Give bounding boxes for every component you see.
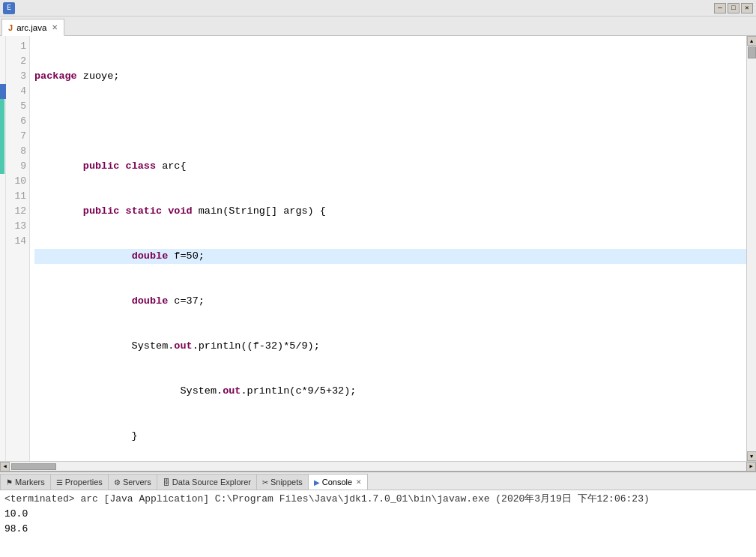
code-line-2	[34, 114, 746, 129]
code-line-9: }	[34, 429, 746, 444]
java-file-icon: J	[8, 23, 13, 32]
bottom-tab-bar: ⚑ Markers ☰ Properties ⚙ Servers 🗄 Data …	[0, 472, 756, 490]
horizontal-scrollbar[interactable]: ◀ ▶	[0, 461, 756, 471]
line-num-8: 8	[6, 144, 26, 159]
console-close-icon[interactable]: ✕	[356, 478, 362, 486]
scroll-track[interactable]	[747, 46, 756, 451]
scroll-right-arrow[interactable]: ▶	[746, 462, 756, 472]
line-num-5: 5	[6, 99, 26, 114]
line4-indicator	[0, 84, 6, 99]
line-num-9: 9	[6, 159, 26, 174]
snippets-label: Snippets	[270, 478, 303, 487]
servers-icon: ⚙	[114, 478, 121, 487]
line8-indicator	[0, 144, 4, 159]
line-num-4: 4	[6, 84, 26, 99]
console-icon: ▶	[314, 478, 320, 487]
window-controls: ─ □ ✕	[714, 3, 753, 13]
line7-indicator	[0, 129, 4, 144]
title-bar-left: E	[3, 2, 15, 14]
code-line-3: public class arc{	[34, 159, 746, 174]
properties-label: Properties	[65, 478, 103, 487]
line-num-2: 2	[6, 54, 26, 69]
editor-tab-bar: J arc.java ✕	[0, 16, 756, 36]
line6-indicator	[0, 114, 4, 129]
scroll-up-arrow[interactable]: ▲	[747, 36, 757, 46]
properties-icon: ☰	[56, 478, 63, 487]
code-line-5: double f=50;	[34, 249, 746, 264]
tab-filename: arc.java	[16, 23, 46, 32]
servers-label: Servers	[123, 478, 151, 487]
h-scroll-track[interactable]	[10, 462, 746, 471]
line-num-6: 6	[6, 114, 26, 129]
tab-datasource[interactable]: 🗄 Data Source Explorer	[157, 474, 257, 490]
minimize-button[interactable]: ─	[714, 3, 726, 13]
code-line-6: double c=37;	[34, 294, 746, 309]
tab-snippets[interactable]: ✂ Snippets	[257, 474, 309, 490]
code-editor[interactable]: package zuoye; public class arc{ public …	[30, 36, 746, 461]
bottom-panel: ⚑ Markers ☰ Properties ⚙ Servers 🗄 Data …	[0, 471, 756, 557]
line9-indicator	[0, 159, 4, 174]
datasource-label: Data Source Explorer	[172, 478, 251, 487]
code-line-7: System.out.println((f-32)*5/9);	[34, 339, 746, 354]
close-button[interactable]: ✕	[741, 3, 753, 13]
line-num-3: 3	[6, 69, 26, 84]
title-bar: E ─ □ ✕	[0, 0, 756, 16]
line-num-11: 11	[6, 189, 26, 204]
line-numbers: 1 2 3 4 5 6 7 8 9 10 11 12 13 14	[6, 36, 30, 461]
code-line-1: package zuoye;	[34, 69, 746, 84]
line-num-10: 10	[6, 174, 26, 189]
editor-area: 1 2 3 4 5 6 7 8 9 10 11 12 13 14 package…	[0, 36, 756, 471]
line-num-12: 12	[6, 204, 26, 219]
maximize-button[interactable]: □	[728, 3, 740, 13]
line5-indicator	[0, 99, 4, 114]
markers-icon: ⚑	[6, 478, 13, 487]
datasource-icon: 🗄	[163, 478, 170, 487]
line-num-13: 13	[6, 219, 26, 234]
code-line-8: System.out.println(c*9/5+32);	[34, 384, 746, 399]
console-terminated-line: <terminated> arc [Java Application] C:\P…	[4, 492, 752, 507]
main-window: E ─ □ ✕ J arc.java ✕	[0, 0, 756, 557]
scroll-thumb[interactable]	[748, 46, 756, 58]
tab-arc-java[interactable]: J arc.java ✕	[1, 19, 64, 36]
console-output: <terminated> arc [Java Application] C:\P…	[0, 490, 756, 557]
scroll-down-arrow[interactable]: ▼	[747, 451, 757, 461]
editor-body: 1 2 3 4 5 6 7 8 9 10 11 12 13 14 package…	[0, 36, 756, 461]
scroll-left-arrow[interactable]: ◀	[0, 462, 10, 472]
app-icon: E	[3, 2, 15, 14]
console-label: Console	[322, 478, 352, 487]
console-output-line2: 98.6	[4, 522, 752, 537]
tab-console[interactable]: ▶ Console ✕	[309, 474, 368, 490]
tab-close-icon[interactable]: ✕	[52, 23, 58, 31]
line-num-14: 14	[6, 234, 26, 249]
line-num-7: 7	[6, 129, 26, 144]
snippets-icon: ✂	[262, 478, 268, 487]
tab-markers[interactable]: ⚑ Markers	[0, 474, 51, 490]
code-line-4: public static void main(String[] args) {	[34, 204, 746, 219]
line-num-1: 1	[6, 39, 26, 54]
left-indicator-bar	[0, 36, 6, 461]
console-output-line1: 10.0	[4, 507, 752, 522]
markers-label: Markers	[15, 478, 45, 487]
tab-servers[interactable]: ⚙ Servers	[109, 474, 157, 490]
h-scroll-thumb[interactable]	[11, 463, 56, 470]
vertical-scrollbar[interactable]: ▲ ▼	[746, 36, 756, 461]
tab-properties[interactable]: ☰ Properties	[51, 474, 109, 490]
